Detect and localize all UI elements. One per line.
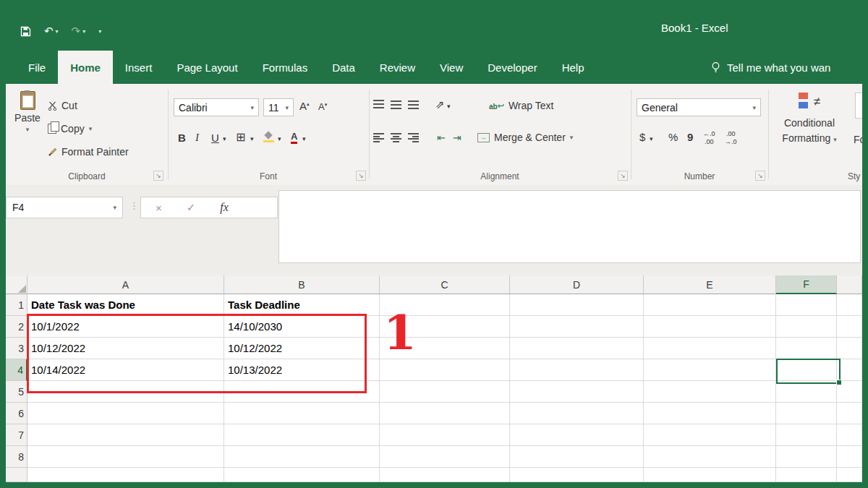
- cell-E2[interactable]: [644, 316, 776, 338]
- cell-A6[interactable]: [27, 403, 224, 424]
- tab-page-layout[interactable]: Page Layout: [164, 51, 250, 84]
- undo-button[interactable]: ↶▾: [44, 25, 59, 38]
- column-header-D[interactable]: D: [510, 275, 644, 294]
- cell-A1[interactable]: Date Task was Done: [27, 294, 224, 316]
- cell-B8[interactable]: [224, 446, 380, 468]
- underline-caret-icon[interactable]: ▾: [223, 136, 226, 142]
- cell-B6[interactable]: [224, 403, 380, 424]
- format-as-table-button-partial[interactable]: Fo: [854, 134, 862, 145]
- cell-partial-row[interactable]: [224, 468, 380, 482]
- increase-indent-button[interactable]: ⇥: [453, 132, 461, 142]
- tab-view[interactable]: View: [427, 51, 475, 84]
- cell-F2[interactable]: [776, 316, 837, 338]
- increase-font-size-button[interactable]: A▴: [299, 100, 310, 111]
- cell-F5[interactable]: [776, 381, 837, 403]
- bold-button[interactable]: B: [178, 132, 186, 143]
- select-all-corner[interactable]: [6, 275, 27, 294]
- row-header-6[interactable]: 6: [6, 403, 27, 424]
- decrease-decimal-button[interactable]: .00→.0: [725, 130, 737, 146]
- cell-D6[interactable]: [510, 403, 644, 424]
- insert-function-button[interactable]: fx: [220, 201, 229, 214]
- cell-partial-row[interactable]: [644, 468, 776, 482]
- cell-partial-6[interactable]: [837, 403, 862, 424]
- borders-button[interactable]: ⊞: [236, 132, 245, 143]
- cell-E8[interactable]: [644, 446, 776, 468]
- cell-D8[interactable]: [510, 446, 644, 468]
- tell-me-box[interactable]: Tell me what you wan: [710, 51, 862, 84]
- wrap-text-button[interactable]: ab↩ Wrap Text: [489, 100, 553, 111]
- cell-D2[interactable]: [510, 316, 644, 338]
- fill-handle[interactable]: [836, 380, 842, 385]
- cell-D4[interactable]: [510, 359, 644, 381]
- font-color-caret-icon[interactable]: ▾: [302, 136, 306, 142]
- cell-D5[interactable]: [510, 381, 644, 403]
- cell-F6[interactable]: [776, 403, 837, 424]
- cell-C6[interactable]: [380, 403, 510, 424]
- cell-partial-4[interactable]: [837, 359, 862, 381]
- accounting-caret-icon[interactable]: ▾: [650, 136, 653, 142]
- row-header-3[interactable]: 3: [6, 338, 27, 359]
- tab-data[interactable]: Data: [320, 51, 367, 84]
- cell-F1[interactable]: [776, 294, 837, 316]
- row-header-2[interactable]: 2: [6, 316, 27, 338]
- cell-C7[interactable]: [380, 424, 510, 446]
- tab-insert[interactable]: Insert: [113, 51, 165, 84]
- number-format-combobox[interactable]: General ▾: [637, 98, 761, 116]
- clipboard-dialog-launcher[interactable]: ↘: [153, 171, 163, 181]
- font-color-button[interactable]: A: [291, 132, 297, 144]
- align-middle-button[interactable]: [391, 100, 401, 109]
- cell-partial-1[interactable]: [837, 294, 862, 316]
- alignment-dialog-launcher[interactable]: ↘: [618, 171, 628, 181]
- selected-cell-outline[interactable]: [776, 359, 841, 384]
- column-header-E[interactable]: E: [644, 275, 776, 294]
- cancel-button[interactable]: ×: [156, 202, 162, 214]
- cell-C8[interactable]: [380, 446, 510, 468]
- column-header-F[interactable]: F: [776, 275, 837, 294]
- cell-A8[interactable]: [27, 446, 224, 468]
- italic-button[interactable]: I: [195, 132, 199, 143]
- cell-partial-row[interactable]: [776, 468, 837, 482]
- customize-qat-button[interactable]: ▾: [98, 28, 101, 35]
- decrease-indent-button[interactable]: ⇤: [437, 132, 446, 142]
- cell-B7[interactable]: [224, 424, 380, 446]
- formula-input[interactable]: [278, 190, 861, 263]
- orientation-button[interactable]: ⇗: [435, 99, 445, 110]
- comma-style-button[interactable]: 9: [687, 132, 693, 142]
- align-top-button[interactable]: [373, 100, 384, 109]
- cell-E5[interactable]: [644, 381, 776, 403]
- cell-partial-row[interactable]: [27, 468, 224, 482]
- fill-color-caret-icon[interactable]: ▾: [278, 136, 281, 142]
- cell-E4[interactable]: [644, 359, 776, 381]
- tab-file[interactable]: File: [16, 51, 58, 84]
- number-dialog-launcher[interactable]: ↘: [755, 171, 765, 181]
- tab-review[interactable]: Review: [367, 51, 427, 84]
- cell-partial-row[interactable]: [510, 468, 644, 482]
- align-right-button[interactable]: [408, 133, 419, 142]
- cell-F8[interactable]: [776, 446, 837, 468]
- font-name-combobox[interactable]: Calibri ▾: [174, 98, 259, 116]
- paste-button[interactable]: Paste ▾: [9, 91, 46, 133]
- tab-developer[interactable]: Developer: [475, 51, 549, 84]
- copy-button[interactable]: Copy ▾: [48, 123, 92, 134]
- cut-button[interactable]: Cut: [48, 100, 77, 111]
- cell-F7[interactable]: [776, 424, 837, 446]
- cell-D3[interactable]: [510, 338, 644, 359]
- cell-F3[interactable]: [776, 338, 837, 359]
- save-button[interactable]: [20, 26, 31, 37]
- column-header-C[interactable]: C: [380, 275, 510, 294]
- merge-center-button[interactable]: ↔ Merge & Center ▾: [477, 132, 573, 143]
- column-header-B[interactable]: B: [224, 275, 380, 294]
- row-header-8[interactable]: 8: [6, 446, 27, 468]
- enter-button[interactable]: ✓: [187, 201, 196, 214]
- cell-partial-7[interactable]: [837, 424, 862, 446]
- decrease-font-size-button[interactable]: A▾: [318, 102, 327, 111]
- tab-formulas[interactable]: Formulas: [250, 51, 320, 84]
- align-left-button[interactable]: [373, 133, 384, 142]
- redo-button[interactable]: ↷▾: [72, 25, 86, 38]
- row-header-5[interactable]: 5: [6, 381, 27, 403]
- cell-C4[interactable]: [380, 359, 510, 381]
- format-painter-button[interactable]: Format Painter: [48, 146, 129, 158]
- cell-E6[interactable]: [644, 403, 776, 424]
- borders-caret-icon[interactable]: ▾: [250, 136, 254, 142]
- cell-B1[interactable]: Task Deadline: [224, 294, 380, 316]
